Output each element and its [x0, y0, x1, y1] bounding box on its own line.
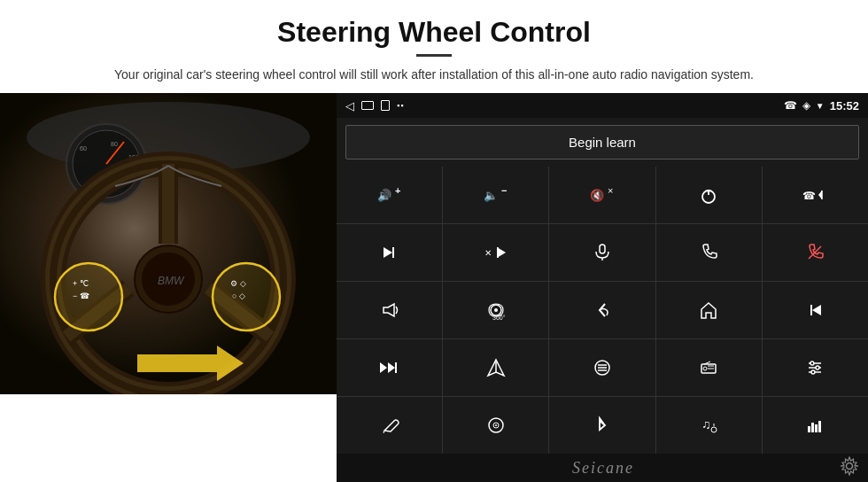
home-button[interactable]	[656, 282, 762, 338]
svg-marker-37	[384, 247, 392, 258]
svg-text:○  ◇: ○ ◇	[232, 292, 245, 300]
seicane-logo: Seicane	[367, 459, 840, 478]
bluetooth-button[interactable]	[549, 397, 655, 454]
next-track-button[interactable]	[337, 224, 442, 281]
svg-rect-80	[808, 426, 810, 432]
svg-text:⚙  ◇: ⚙ ◇	[230, 279, 246, 288]
steering-wheel-svg: 60 80 100	[0, 93, 337, 394]
vol-down-button[interactable]: 🔈−	[443, 167, 548, 223]
status-bar: ◁ ▪▪ ☎ ◈ ▼ 15:52	[337, 93, 868, 118]
svg-point-85	[847, 463, 853, 469]
svg-marker-52	[380, 362, 387, 373]
disc-button[interactable]	[443, 397, 548, 454]
music-settings-button[interactable]: ♫	[656, 397, 762, 454]
svg-point-78	[711, 427, 717, 432]
power-button[interactable]	[656, 167, 762, 223]
status-time: 15:52	[830, 99, 859, 113]
svg-point-69	[810, 362, 814, 365]
page-wrapper: Steering Wheel Control Your original car…	[0, 0, 868, 482]
page-title: Steering Wheel Control	[35, 16, 833, 49]
prev-track-button[interactable]	[763, 282, 868, 338]
control-panel: ◁ ▪▪ ☎ ◈ ▼ 15:52 Begin learn	[337, 93, 868, 482]
sliders-button[interactable]	[763, 339, 868, 396]
svg-text:✕: ✕	[484, 248, 492, 258]
svg-text:🔈: 🔈	[484, 188, 499, 203]
fast-forward-button[interactable]	[337, 339, 442, 396]
svg-marker-49	[701, 303, 716, 318]
camera-360-button[interactable]: 360°	[443, 282, 548, 338]
svg-text:BMW: BMW	[158, 275, 185, 287]
title-divider	[416, 54, 452, 57]
equalizer-button[interactable]	[763, 397, 868, 454]
svg-point-47	[494, 308, 498, 312]
svg-text:360°: 360°	[492, 315, 506, 320]
svg-point-71	[811, 370, 815, 374]
svg-rect-81	[811, 423, 814, 432]
navigate-button[interactable]	[443, 339, 548, 396]
svg-text:80: 80	[111, 141, 118, 147]
photo-inner: 60 80 100	[0, 93, 337, 394]
begin-learn-button[interactable]: Begin learn	[345, 125, 859, 159]
vol-up-button[interactable]: 🔊+	[337, 167, 442, 223]
mic-button[interactable]	[549, 224, 655, 281]
svg-marker-51	[812, 305, 821, 315]
back-nav-icon[interactable]: ◁	[345, 99, 354, 113]
svg-point-23	[213, 263, 280, 330]
radio-button[interactable]	[656, 339, 762, 396]
phone-prev-button[interactable]: ☎	[763, 167, 868, 223]
svg-text:🔇: 🔇	[590, 188, 605, 203]
horn-button[interactable]	[337, 282, 442, 338]
phone-button[interactable]	[656, 224, 762, 281]
svg-rect-83	[818, 421, 821, 432]
content-row: 60 80 100	[0, 93, 868, 482]
vol-mute-button[interactable]: 🔇×	[549, 167, 655, 223]
svg-marker-45	[384, 304, 394, 316]
shuffle-button[interactable]: ✕	[443, 224, 548, 281]
status-right: ☎ ◈ ▼ 15:52	[784, 99, 859, 113]
svg-point-70	[816, 366, 819, 369]
recent-nav-icon[interactable]	[381, 100, 390, 111]
svg-text:×: ×	[608, 185, 613, 196]
svg-text:🔊: 🔊	[377, 188, 392, 203]
header-section: Steering Wheel Control Your original car…	[0, 0, 868, 93]
back-button[interactable]	[549, 282, 655, 338]
svg-text:−: −	[501, 185, 507, 196]
svg-text:60: 60	[80, 145, 87, 152]
steering-photo: 60 80 100	[0, 93, 337, 394]
svg-point-75	[495, 424, 497, 426]
bottom-bar: Seicane	[337, 454, 868, 482]
svg-marker-53	[388, 362, 395, 373]
subtitle-text: Your original car's steering wheel contr…	[97, 66, 771, 84]
wifi-status-icon: ▼	[816, 101, 825, 111]
begin-learn-row: Begin learn	[337, 118, 868, 167]
svg-text:−  ☎: − ☎	[73, 292, 89, 300]
settings-gear-icon[interactable]	[840, 456, 859, 480]
phone-status-icon: ☎	[784, 99, 797, 112]
svg-rect-42	[600, 245, 605, 253]
home-nav-icon[interactable]	[361, 101, 374, 110]
controls-grid: 🔊+ 🔈− 🔇× ☎	[337, 167, 868, 454]
svg-text:+  ℃: + ℃	[73, 279, 89, 288]
hang-up-button[interactable]	[763, 224, 868, 281]
svg-rect-82	[815, 424, 818, 432]
svg-text:☎: ☎	[802, 190, 816, 202]
status-left: ◁ ▪▪	[345, 99, 404, 113]
svg-point-62	[703, 367, 707, 370]
location-status-icon: ◈	[802, 99, 810, 112]
pen-button[interactable]	[337, 397, 442, 454]
svg-text:♫: ♫	[701, 417, 711, 431]
eq-button[interactable]	[549, 339, 655, 396]
signal-dots: ▪▪	[397, 101, 404, 110]
svg-text:+: +	[395, 185, 400, 196]
